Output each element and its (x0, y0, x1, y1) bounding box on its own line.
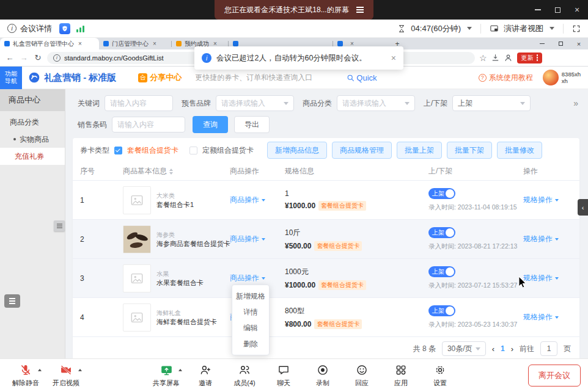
card-toolbar: 券卡类型 套餐组合提货卡 定额组合提货卡 新增商品信息 商品规格管理 批量上架 … (73, 138, 579, 162)
shelf-toggle[interactable]: 上架 (428, 227, 455, 238)
video-button[interactable]: 开启视频 (49, 364, 83, 388)
chat-icon (277, 364, 290, 377)
spec-operation-link[interactable]: 规格操作 (523, 234, 559, 244)
network-signal-icon[interactable] (76, 25, 84, 32)
settings-button[interactable]: 设置 (423, 364, 457, 388)
reload-icon[interactable]: ↻ (33, 53, 43, 62)
maximize-button[interactable] (548, 0, 567, 20)
tab-close-icon[interactable]: × (78, 40, 82, 47)
back-icon[interactable]: ← (5, 53, 15, 62)
banner-menu-icon[interactable] (356, 9, 364, 10)
pagination: 共 8 条 30条/页 ‹ 1 › 前往 页 (73, 337, 579, 358)
view-dropdown-icon[interactable] (549, 27, 554, 30)
close-button[interactable]: × (567, 0, 587, 20)
prev-page-icon[interactable]: ‹ (492, 344, 494, 354)
keyword-input[interactable] (105, 95, 173, 111)
shelf-select[interactable]: 上架 (452, 95, 531, 111)
collapse-filters-icon[interactable]: » (573, 98, 579, 108)
sidebar-drag-handle[interactable] (54, 220, 65, 231)
browser-menu-icon[interactable] (537, 57, 538, 59)
goods-operation-link-open[interactable]: 商品操作 (230, 273, 265, 283)
tab-close-icon[interactable]: × (153, 40, 156, 47)
filter-row-1: 关键词 预售品牌 请选择或输入 商品分类 请选择或输入 上/下架 上架 » (73, 95, 579, 111)
record-button[interactable]: 录制 (306, 364, 340, 388)
tutorial-link[interactable]: ? 系统使用教程 (479, 73, 533, 83)
browser-tab[interactable]: 礼盒营销平台管理中心 × (0, 38, 99, 49)
minimize-button[interactable] (528, 0, 548, 20)
view-mode-label[interactable]: 演讲者视图 (504, 23, 543, 34)
goods-operation-link[interactable]: 商品操作 (230, 195, 265, 205)
meeting-details-link[interactable]: 会议详情 (20, 23, 52, 34)
floating-list-button[interactable] (4, 294, 20, 308)
browser-update-button[interactable]: 更新 (517, 53, 543, 64)
spec-manage-button[interactable]: 商品规格管理 (332, 142, 392, 159)
leave-meeting-button[interactable]: 离开会议 (528, 365, 581, 387)
download-icon[interactable] (491, 54, 499, 62)
security-shield-icon[interactable] (59, 23, 70, 34)
goods-operation-link[interactable]: 商品操作 (230, 234, 265, 244)
sidebar-item-gift-voucher[interactable]: 充值礼券 (0, 148, 65, 165)
product-name: 水果套餐组合卡 (156, 279, 204, 286)
browser-maximize-button[interactable] (551, 38, 570, 49)
sidebar-item-physical-goods[interactable]: 实物商品 (0, 131, 65, 148)
next-page-icon[interactable]: › (511, 344, 513, 354)
search-button[interactable]: 查询 (193, 116, 228, 133)
browser-close-button[interactable]: × (570, 38, 588, 49)
sort-icon[interactable] (169, 169, 173, 175)
batch-edit-button[interactable]: 批量修改 (497, 142, 542, 159)
category-select[interactable]: 请选择或输入 (337, 95, 415, 111)
export-button[interactable]: 导出 (234, 116, 270, 133)
goto-page-input[interactable] (540, 341, 557, 356)
menu-item-edit[interactable]: 编辑 (232, 320, 269, 336)
sidebar-item-product-category[interactable]: 商品分类 (0, 114, 65, 131)
toast-close-icon[interactable]: × (391, 53, 396, 63)
chat-button[interactable]: 聊天 (266, 364, 301, 388)
invite-button[interactable]: 邀请 (188, 364, 222, 388)
user-menu[interactable]: 8385xh xh (543, 70, 581, 85)
bookmark-star-icon[interactable]: ☆ (479, 53, 487, 63)
fixed-card-checkbox[interactable] (189, 147, 197, 154)
barcode-input[interactable] (112, 117, 185, 132)
members-button[interactable]: 成员(4) (227, 364, 262, 388)
batch-on-shelf-button[interactable]: 批量上架 (397, 142, 442, 159)
share-center-link[interactable]: 合 分享中心 (138, 72, 182, 83)
site-info-icon[interactable]: i (53, 54, 61, 62)
menu-item-add-spec[interactable]: 新增规格 (232, 288, 269, 304)
share-screen-button[interactable]: 共享屏幕 (149, 364, 183, 388)
screen-share-icon (160, 364, 173, 377)
sidebar-section-product-center[interactable]: 商品中心 (0, 89, 65, 111)
page-size-select[interactable]: 30条/页 (442, 341, 486, 356)
brand-select[interactable]: 请选择或输入 (216, 95, 294, 111)
menu-item-details[interactable]: 详情 (232, 304, 269, 320)
mute-button[interactable]: 解除静音 (9, 364, 43, 388)
quick-search-link[interactable]: Quick (347, 73, 377, 82)
spec-operation-link[interactable]: 规格操作 (523, 312, 559, 322)
chevron-down-icon (405, 102, 410, 105)
batch-off-shelf-button[interactable]: 批量下架 (447, 142, 492, 159)
chevron-down-icon (476, 347, 480, 350)
reaction-button[interactable]: 回应 (345, 364, 379, 388)
current-page[interactable]: 1 (501, 344, 505, 353)
chevron-up-icon[interactable] (78, 369, 82, 371)
browser-tab[interactable]: 门店管理中心 × (99, 38, 171, 49)
spec-operation-link[interactable]: 规格操作 (523, 273, 559, 283)
browser-minimize-button[interactable] (533, 38, 551, 49)
apps-button[interactable]: 应用 (384, 364, 418, 388)
forward-icon[interactable]: → (19, 53, 29, 62)
shelf-toggle[interactable]: 上架 (428, 305, 455, 316)
shelf-toggle[interactable]: 上架 (428, 266, 455, 277)
profile-icon[interactable] (504, 53, 513, 62)
chevron-up-icon[interactable] (38, 369, 42, 371)
shelf-toggle[interactable]: 上架 (428, 188, 455, 199)
fullscreen-icon[interactable] (572, 24, 581, 33)
timer-dropdown-icon[interactable] (467, 27, 472, 30)
spec-operation-link[interactable]: 规格操作 (523, 195, 559, 205)
toast-text: 会议已超过2人，自动转为60分钟限时会议。 (216, 53, 367, 64)
collapsed-panel-tab[interactable]: ‹ (578, 199, 588, 216)
menu-item-delete[interactable]: 删除 (232, 336, 269, 352)
add-goods-button[interactable]: 新增商品信息 (267, 142, 327, 159)
page-size-value: 30条/页 (447, 344, 472, 354)
chevron-up-icon[interactable] (178, 369, 182, 371)
combo-card-checkbox[interactable] (114, 147, 122, 154)
function-nav-button[interactable]: 功能导航 (0, 67, 22, 89)
